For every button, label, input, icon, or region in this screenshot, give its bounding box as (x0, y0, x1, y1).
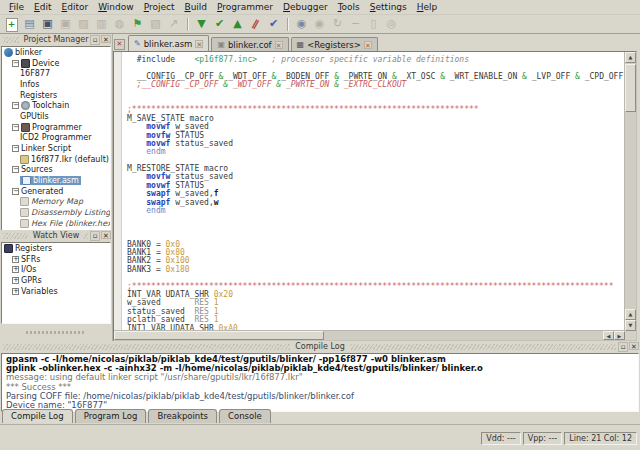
compile-log-output[interactable]: gpasm -c -I/home/nicolas/piklab/piklab_k… (1, 353, 639, 412)
tree-item-gputils[interactable]: GPUtils (2, 111, 110, 122)
menu-edit[interactable]: Edit (29, 1, 56, 13)
scroll-up-icon[interactable]: ▲ (625, 309, 636, 320)
tree-item-memory-map[interactable]: Memory Map (2, 197, 110, 208)
chip-icon[interactable]: ▯ (365, 16, 382, 32)
collapse-icon[interactable]: − (12, 124, 19, 131)
tree-item-toolchain[interactable]: −Toolchain (2, 100, 110, 111)
menu-file[interactable]: File (4, 1, 29, 13)
log-tab-program-log[interactable]: Program Log (75, 409, 147, 423)
collapse-icon[interactable]: − (12, 102, 19, 109)
tab-close-icon[interactable]: ✕ (195, 40, 203, 48)
scroll-right-icon[interactable]: ▶ (614, 331, 625, 340)
project-manager-close-button[interactable]: ✕ (101, 35, 111, 43)
tree-item-programmer[interactable]: −Programmer (2, 122, 110, 133)
tree-item-blinker-asm[interactable]: blinker.asm (2, 175, 110, 186)
watch-view-tree[interactable]: Registers+SFRs+I/Os+GPRs+Variables (1, 242, 111, 324)
stop-icon[interactable]: ◉ (311, 16, 328, 32)
restart-icon[interactable]: ↻ (329, 16, 346, 32)
open-file-icon[interactable]: ▤ (21, 16, 38, 32)
save-all-icon[interactable]: ▣ (57, 16, 74, 32)
project-manager-header[interactable]: Project Manager ▫ ✕ (0, 34, 112, 46)
tree-item-device[interactable]: −Device (2, 58, 110, 69)
code-line: endm (127, 148, 625, 156)
scroll-left-icon[interactable]: ◀ (603, 331, 614, 340)
expand-icon[interactable]: + (12, 288, 19, 295)
menu-settings[interactable]: Settings (365, 1, 412, 13)
expand-icon[interactable]: + (12, 266, 19, 273)
tree-item-i-os[interactable]: +I/Os (2, 264, 110, 275)
log-tab-console[interactable]: Console (219, 409, 271, 423)
horizontal-scrollbar[interactable]: ◀ ▶ (114, 330, 625, 340)
panel-resize-grip[interactable] (26, 331, 84, 334)
menu-tools[interactable]: Tools (333, 1, 365, 13)
erase-icon[interactable]: ▥ (93, 16, 110, 32)
code-area[interactable]: #include <p16f877.inc> ; processor speci… (122, 52, 625, 331)
log-tab-compile-log[interactable]: Compile Log (2, 409, 73, 423)
compile-file-icon[interactable]: ▼ (193, 16, 210, 32)
menu-window[interactable]: Window (93, 1, 139, 13)
project-manager-tree[interactable]: blinker−Device16F877InfosRegisters−Toolc… (1, 46, 111, 231)
collapse-icon[interactable]: − (12, 60, 19, 67)
compile-log-close-button[interactable]: ✕ (629, 342, 639, 350)
run-icon[interactable]: ◉ (293, 16, 310, 32)
connect-icon[interactable]: ∥ (247, 16, 264, 32)
tab-registers[interactable]: ▦<Registers>✕ (291, 37, 378, 51)
build-project-icon[interactable]: ✔ (211, 16, 228, 32)
tree-item-16f877-lkr-default[interactable]: 16f877.lkr (default) (2, 154, 110, 165)
tool-icon[interactable]: ▧ (147, 16, 164, 32)
tree-item-hex-file-blinker-hex[interactable]: Hex File (blinker.hex) (2, 218, 110, 229)
expand-icon[interactable]: + (12, 277, 19, 284)
vertical-scrollbar[interactable]: ▲ ▲ ▼ (624, 52, 636, 331)
compile-log-float-button[interactable]: ▫ (618, 342, 628, 352)
clean-project-icon[interactable]: ▲ (229, 16, 246, 32)
watch-view-header[interactable]: Watch View ▫ ✕ (0, 230, 112, 242)
menu-help[interactable]: Help (412, 1, 443, 13)
tree-item-gprs[interactable]: +GPRs (2, 275, 110, 286)
log-tab-breakpoints[interactable]: Breakpoints (148, 409, 217, 423)
flag-icon[interactable]: ⚑ (129, 16, 146, 32)
expand-icon[interactable]: + (12, 256, 19, 263)
tree-item-sfrs[interactable]: +SFRs (2, 254, 110, 265)
menu-project[interactable]: Project (139, 1, 180, 13)
tree-item-linker-script[interactable]: −Linker Script (2, 143, 110, 154)
build-config-icon[interactable]: ▨ (75, 16, 92, 32)
tree-item-registers[interactable]: Registers (2, 243, 110, 254)
project-manager-float-button[interactable]: ▫ (90, 35, 100, 45)
collapse-icon[interactable]: − (12, 145, 19, 152)
watch-view-close-button[interactable]: ✕ (101, 231, 111, 239)
tree-item-icd2-programmer[interactable]: ICD2 Programmer (2, 133, 110, 144)
scroll-down-icon[interactable]: ▼ (625, 320, 636, 331)
tab-close-icon[interactable]: ✕ (275, 41, 283, 49)
collapse-icon[interactable]: − (12, 166, 19, 173)
tab-blinker-cof[interactable]: ▣blinker.cof✕ (211, 37, 288, 51)
menu-debugger[interactable]: Debugger (278, 1, 333, 13)
menu-build[interactable]: Build (179, 1, 212, 13)
jump-icon[interactable]: ↗ (165, 16, 182, 32)
pause-icon[interactable]: ◎ (383, 16, 400, 32)
tree-item-variables[interactable]: +Variables (2, 286, 110, 297)
menu-programmer[interactable]: Programmer (212, 1, 278, 13)
vertical-scroll-thumb[interactable] (625, 64, 636, 112)
watch-view-float-button[interactable]: ▫ (90, 231, 100, 241)
menu-editor[interactable]: Editor (57, 1, 94, 13)
scroll-up-icon[interactable]: ▲ (625, 52, 636, 63)
compile-log-header[interactable]: Compile Log ▫ ✕ (0, 341, 640, 353)
tree-item-disassembly-listing[interactable]: Disassembly Listing (2, 207, 110, 218)
tree-item-sources[interactable]: −Sources (2, 165, 110, 176)
editor-icon-border[interactable] (114, 52, 122, 331)
browse-icon[interactable]: ◍ (111, 16, 128, 32)
step-icon[interactable]: − (347, 16, 364, 32)
collapse-icon[interactable]: − (12, 188, 19, 195)
tree-item-infos[interactable]: Infos (2, 79, 110, 90)
tab-close-icon[interactable]: ✕ (364, 41, 372, 49)
tree-item-registers[interactable]: Registers (2, 90, 110, 101)
program-device-icon[interactable]: ✔ (265, 16, 282, 32)
tab-blinker-asm[interactable]: ✎blinker.asm✕ (128, 35, 209, 51)
horizontal-scroll-thumb[interactable] (114, 331, 324, 340)
tree-item-generated[interactable]: −Generated (2, 186, 110, 197)
new-file-icon[interactable]: + (3, 16, 20, 32)
close-document-button[interactable]: ✕ (114, 39, 125, 50)
save-file-icon[interactable]: ▣ (39, 16, 56, 32)
tree-item-blinker[interactable]: blinker (2, 47, 110, 58)
tree-item-16f877[interactable]: 16F877 (2, 68, 110, 79)
